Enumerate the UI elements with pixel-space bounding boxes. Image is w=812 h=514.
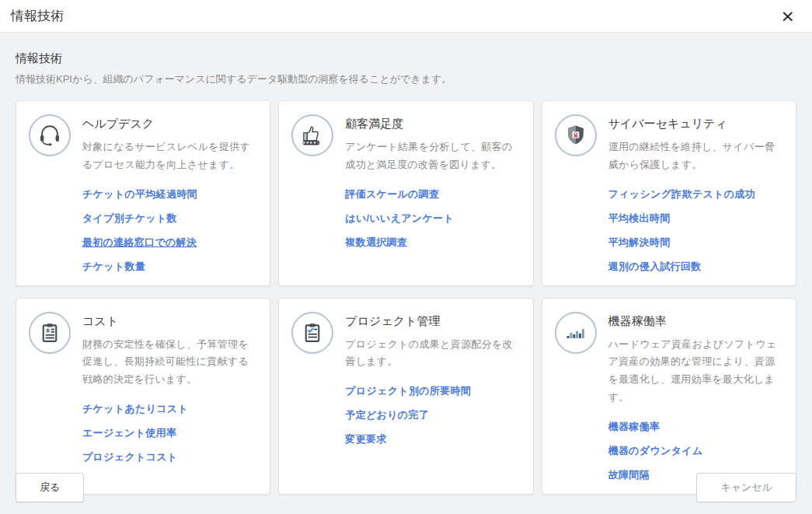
kpi-link[interactable]: 平均検出時間: [608, 212, 671, 226]
kpi-link[interactable]: 予定どおりの完了: [345, 408, 429, 422]
kpi-link[interactable]: 最初の連絡窓口での解決: [82, 236, 197, 250]
kpi-link[interactable]: 評価スケールの調査: [345, 187, 439, 201]
kpi-link[interactable]: チケットあたりコスト: [82, 402, 188, 416]
card-description: プロジェクトの成果と資源配分を改善します。: [345, 336, 520, 372]
kpi-link[interactable]: プロジェクトコスト: [82, 450, 177, 464]
kpi-link[interactable]: 機器のダウンタイム: [608, 444, 703, 458]
card-links: フィッシング詐欺テストの成功平均検出時間平均解決時間週別の侵入試行回数: [608, 187, 783, 274]
page-description: 情報技術KPIから、組織のパフォーマンスに関するデータ駆動型の洞察を得ることがで…: [16, 72, 796, 86]
card-links: チケットあたりコストエージェント使用率プロジェクトコスト: [82, 402, 257, 464]
card-title: 顧客満足度: [345, 117, 520, 131]
check-clipboard-icon: [291, 312, 333, 354]
kpi-card-2: ★★★★☆顧客満足度アンケート結果を分析して、顧客の成功と満足度の改善を図ります…: [278, 100, 533, 286]
headset-icon: [29, 114, 71, 156]
kpi-link[interactable]: チケットの平均経過時間: [82, 187, 197, 201]
kpi-link[interactable]: 週別の侵入試行回数: [608, 260, 702, 274]
dollar-clipboard-icon: $: [29, 312, 71, 354]
dialog-header: 情報技術 ×: [0, 0, 812, 33]
card-links: 評価スケールの調査はい/いいえアンケート複数選択調査: [345, 187, 520, 250]
kpi-link[interactable]: チケット数量: [82, 260, 145, 274]
cancel-button[interactable]: キャンセル: [696, 473, 796, 502]
dialog-content: 情報技術 情報技術KPIから、組織のパフォーマンスに関するデータ駆動型の洞察を得…: [0, 33, 812, 514]
card-links: チケットの平均経過時間タイプ別チケット数最初の連絡窓口での解決チケット数量: [82, 187, 257, 274]
kpi-card-4: $コスト財務の安定性を確保し、予算管理を促進し、長期持続可能性に貢献する戦略的決…: [16, 298, 270, 495]
kpi-card-5: プロジェクト管理プロジェクトの成果と資源配分を改善します。プロジェクト別の所要時…: [278, 298, 533, 495]
kpi-card-6: 機器稼働率ハードウェア資産およびソフトウェア資産の効果的な管理により、資源を最適…: [542, 298, 796, 495]
close-icon[interactable]: ×: [776, 6, 800, 26]
card-title: 機器稼働率: [608, 314, 783, 329]
kpi-card-1: ヘルプデスク対象になるサービスレベルを提供するプロセス能力を向上させます。チケッ…: [16, 100, 270, 286]
card-description: 対象になるサービスレベルを提供するプロセス能力を向上させます。: [82, 138, 257, 174]
back-button[interactable]: 戻る: [16, 473, 84, 502]
card-description: ハードウェア資産およびソフトウェア資産の効果的な管理により、資源を最適化し、運用…: [608, 336, 783, 407]
kpi-link[interactable]: タイプ別チケット数: [82, 212, 177, 226]
footer: 戻る キャンセル: [16, 473, 796, 502]
kpi-link[interactable]: 平均解決時間: [608, 236, 671, 250]
kpi-card-grid: ヘルプデスク対象になるサービスレベルを提供するプロセス能力を向上させます。チケッ…: [16, 100, 796, 495]
card-title: サイバーセキュリティ: [608, 117, 783, 131]
shield-lock-icon: [555, 114, 597, 156]
kpi-link[interactable]: 変更要求: [345, 432, 386, 446]
dialog: 情報技術 × 情報技術 情報技術KPIから、組織のパフォーマンスに関するデータ駆…: [0, 0, 812, 514]
thumbs-up-stars-icon: ★★★★☆: [291, 114, 333, 156]
card-title: プロジェクト管理: [345, 314, 520, 329]
card-title: ヘルプデスク: [82, 117, 257, 131]
kpi-link[interactable]: エージェント使用率: [82, 426, 176, 440]
card-description: 財務の安定性を確保し、予算管理を促進し、長期持続可能性に貢献する戦略的決定を行い…: [82, 336, 257, 389]
kpi-link[interactable]: 複数選択調査: [345, 236, 407, 250]
kpi-link[interactable]: フィッシング詐欺テストの成功: [608, 187, 755, 201]
svg-text:★★★★☆: ★★★★☆: [302, 141, 320, 145]
kpi-card-3: サイバーセキュリティ運用の継続性を維持し、サイバー脅威から保護します。フィッシン…: [542, 100, 796, 286]
page-title: 情報技術: [16, 51, 796, 66]
card-description: アンケート結果を分析して、顧客の成功と満足度の改善を図ります。: [345, 138, 520, 174]
card-links: プロジェクト別の所要時間予定どおりの完了変更要求: [345, 384, 520, 446]
bar-chart-icon: [555, 312, 597, 354]
kpi-link[interactable]: プロジェクト別の所要時間: [345, 384, 471, 398]
card-title: コスト: [82, 314, 257, 329]
card-description: 運用の継続性を維持し、サイバー脅威から保護します。: [608, 138, 783, 174]
kpi-link[interactable]: 機器稼働率: [608, 420, 660, 434]
dialog-title: 情報技術: [11, 7, 64, 25]
kpi-link[interactable]: はい/いいえアンケート: [345, 212, 454, 226]
